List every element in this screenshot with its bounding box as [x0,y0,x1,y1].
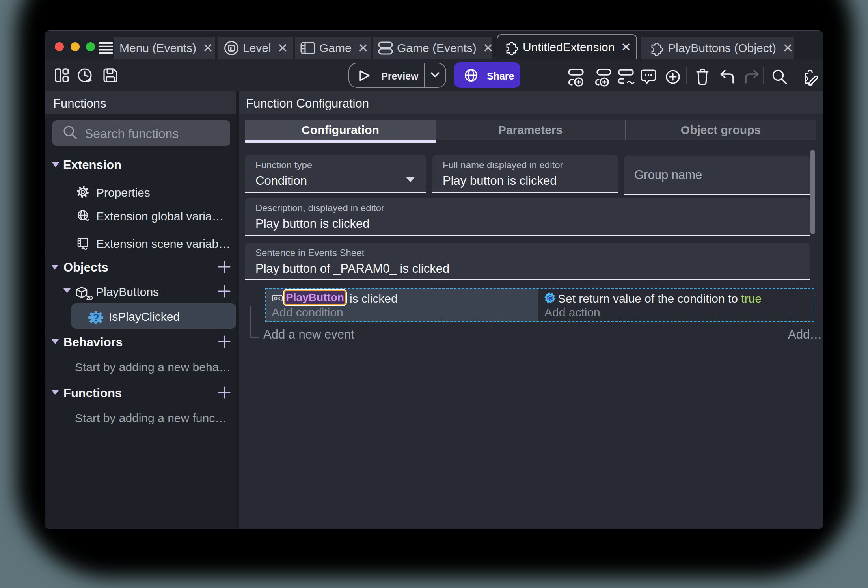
svg-text:2D: 2D [86,295,93,301]
svg-text:?: ? [93,312,99,324]
svg-text:OK: OK [274,296,281,301]
